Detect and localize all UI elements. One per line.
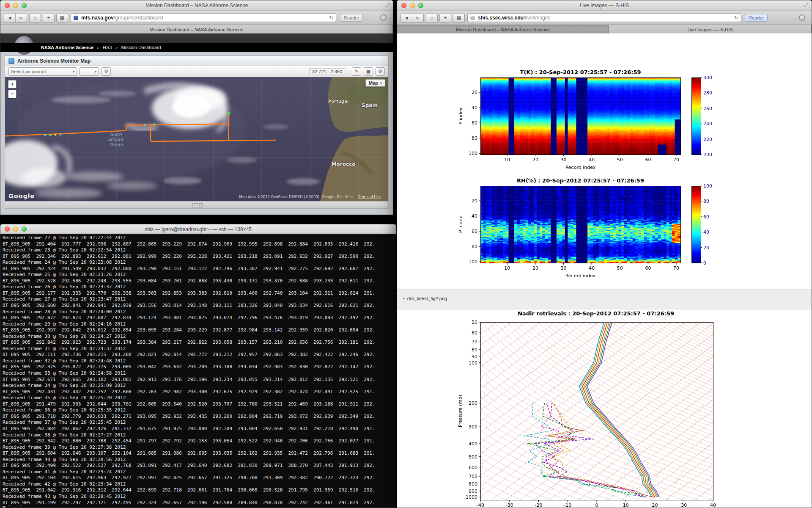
minimize-icon[interactable] (13, 3, 18, 8)
fullscreen-icon[interactable]: ⤢ (804, 2, 808, 8)
close-icon[interactable] (401, 3, 406, 8)
tab-mission-dashboard[interactable]: Mission Dashboard – NASA Airborne Scienc… (397, 25, 609, 34)
terminal-line: BT_895_905 292.404 292.777 292.996 292.8… (3, 241, 396, 248)
terminal-line: Received frame 34 @ Thu Sep 20 02:25:09 … (3, 383, 396, 389)
terminal-line: Received frame 43 @ Thu Sep 20 02:29:45 … (3, 494, 396, 500)
file-caption-link[interactable]: rtdr_latest_fig2.png (407, 296, 447, 301)
zoom-out-button[interactable]: − (8, 90, 16, 98)
label-ocean-2: Atlantic (108, 137, 125, 142)
terminal-line: BT_895_905 292.872 292.873 292.807 292.8… (3, 315, 396, 321)
back-button[interactable]: ◀ (401, 14, 412, 22)
fullscreen-icon[interactable]: ⤢ (385, 2, 390, 8)
terminal-line: BT_895_905 292.884 292.862 292.426 291.7… (3, 426, 396, 432)
terminal-line: BT_895_905 292.342 292.880 292.788 292.4… (3, 438, 396, 444)
forward-button[interactable]: ▶ (412, 14, 423, 22)
close-icon[interactable] (5, 3, 10, 8)
terminal-line: Received frame 26 @ Thu Sep 20 02:23:37 … (3, 284, 396, 290)
breadcrumb-mission-dashboard[interactable]: Mission Dashboard (121, 45, 161, 50)
tab-label: Mission Dashboard – NASA Airborne Scienc… (150, 27, 244, 32)
terminal-line: Received frame 32 @ Thu Sep 20 02:24:48 … (3, 358, 396, 364)
zoom-window-icon[interactable] (418, 3, 423, 8)
downloads-icon[interactable] (799, 14, 805, 21)
file-caption-row: •rtdr_latest_fig2.png (403, 296, 447, 301)
zoom-window-icon[interactable] (22, 3, 27, 8)
terms-of-use-link[interactable]: Terms of Use (357, 195, 381, 199)
new-tab-button[interactable]: + (439, 13, 451, 23)
tab-mission-dashboard[interactable]: Mission Dashboard – NASA Airborne Scienc… (0, 25, 393, 34)
reader-button[interactable]: Reader (340, 14, 363, 22)
forward-button[interactable]: ▶ (15, 14, 27, 22)
label-portugal: Portugal (328, 99, 348, 104)
terminal-line: Received frame 33 @ Thu Sep 20 02:24:58 … (3, 370, 396, 377)
pencil-icon[interactable]: ✎ (352, 67, 361, 76)
window-titlebar[interactable]: Live Images –– S-HIS ⤢ (397, 0, 812, 11)
terminal-line: Received frame 25 @ Thu Sep 20 02:23:26 … (3, 272, 396, 278)
label-morocco: Morocco (332, 161, 356, 167)
gear-icon[interactable]: ⚙ (102, 67, 111, 76)
url-path: /group/hs3/dashboard (114, 15, 163, 21)
window-titlebar[interactable]: Mission Dashboard – NASA Airborne Scienc… (0, 0, 393, 11)
top-sites-button[interactable]: ▦ (56, 13, 68, 23)
terminal-line: Received frame 35 @ Thu Sep 20 02:25:20 … (3, 395, 396, 401)
breadcrumb-hs3[interactable]: HS3 (103, 45, 112, 50)
terminal-line: BT_895_905 292.604 292.646 293.107 292.1… (3, 450, 396, 457)
terminal-content[interactable]: Received frame 22 @ Thu Sep 20 02:22:44 … (0, 234, 396, 508)
terminal-line: BT_895_905 292.528 292.586 292.248 293.5… (3, 278, 396, 284)
monitor-map-panel: Airborne Science Monitor Map Select an a… (5, 55, 389, 209)
terminal-line: Received frame 40 @ Thu Sep 20 02:28:56 … (3, 457, 396, 463)
chart-title-nadir-retrievals: Nadir retrievals : 20-Sep-2012 07:25:57 … (480, 310, 712, 317)
label-spain: Spain (362, 102, 378, 108)
reload-icon[interactable]: ↻ (329, 14, 333, 22)
terminal-line: BT_895_905 292.671 292.665 293.102 293.0… (3, 377, 396, 383)
breadcrumb: NASA Airborne Science » HS3 » Mission Da… (0, 43, 393, 52)
terminal-line: BT_895_905 291.718 292.779 293.033 292.2… (3, 414, 396, 420)
map-graphic: ✈ Portugal Spain Morocco North Atlantic … (5, 77, 388, 202)
dashboard-page: NASA Airborne Science » HS3 » Mission Da… (0, 33, 393, 215)
terminal-line: BT_895_905 291.042 292.316 292.312 292.6… (3, 487, 396, 494)
resize-handle[interactable] (191, 203, 203, 207)
top-sites-button[interactable]: ▦ (453, 13, 465, 23)
aircraft-select[interactable]: Select an aircraft ... ▾ (8, 67, 77, 76)
minimize-icon[interactable] (13, 226, 18, 232)
tab-live-images[interactable]: Live Images –– S-HIS (609, 25, 812, 34)
chevron-down-icon: ▾ (380, 81, 382, 85)
panel-title: Airborne Science Monitor Map (17, 58, 91, 64)
secondary-select[interactable]: - ▾ (80, 67, 99, 76)
terminal-line: BT_895_905 291.479 292.903 292.644 293.7… (3, 401, 396, 408)
traffic-lights (5, 226, 27, 232)
zoom-in-button[interactable]: + (8, 80, 16, 88)
terminal-line: BT_895_905 292.499 292.522 292.527 292.7… (3, 463, 396, 469)
aircraft-select-value: Select an aircraft ... (11, 68, 51, 75)
home-button[interactable]: ⌂ (426, 13, 438, 23)
grid-icon[interactable]: ▦ (364, 67, 373, 76)
reload-icon[interactable]: ↻ (734, 14, 738, 22)
terminal-line: Received frame 29 @ Thu Sep 20 02:24:16 … (3, 321, 396, 328)
minimize-icon[interactable] (410, 3, 415, 8)
terminal-line: BT_895_905 291.199 292.297 292.121 292.4… (3, 500, 396, 506)
back-button[interactable]: ◀ (4, 14, 15, 22)
map-toolbar: Select an aircraft ... ▾ - ▾ ⚙ 32.721, -… (5, 66, 388, 77)
traffic-lights (5, 3, 27, 8)
url-path: /live/images (524, 15, 550, 21)
terminal-line: Received frame 37 @ Thu Sep 20 02:25:45 … (3, 420, 396, 426)
history-nav: ◀ ▶ (401, 13, 424, 23)
zoom-window-icon[interactable] (22, 226, 27, 232)
settings-gear-icon[interactable]: ⚙ (376, 67, 385, 76)
temperature-heatmap (456, 74, 735, 180)
reader-button[interactable]: Reader (745, 14, 768, 22)
map-type-button[interactable]: Map ▾ (365, 79, 385, 87)
terminal-window: shis — jgero@dreadnaught:~ — ssh — 138×4… (0, 224, 396, 508)
satellite-map[interactable]: ✈ Portugal Spain Morocco North Atlantic … (5, 77, 388, 202)
home-button[interactable]: ⌂ (29, 13, 41, 23)
terminal-line: BT_895_905 292.431 292.442 292.752 292.6… (3, 389, 396, 395)
downloads-icon[interactable] (380, 14, 387, 21)
history-nav: ◀ ▶ (4, 13, 27, 23)
window-title: Live Images –– S-HIS (431, 3, 778, 8)
new-tab-button[interactable]: + (43, 13, 55, 23)
map-zoom-controls: + − (8, 80, 16, 99)
breadcrumb-nasa-airborne-science[interactable]: NASA Airborne Science (41, 45, 93, 50)
address-bar[interactable]: mts.nasa.gov/group/hs3/dashboard ↻ (71, 13, 336, 22)
terminal-line: BT_895_905 292.104 292.615 292.963 292.9… (3, 475, 396, 481)
close-icon[interactable] (5, 226, 10, 232)
address-bar[interactable]: shis.ssec.wisc.edu/live/images ↻ (467, 13, 741, 22)
